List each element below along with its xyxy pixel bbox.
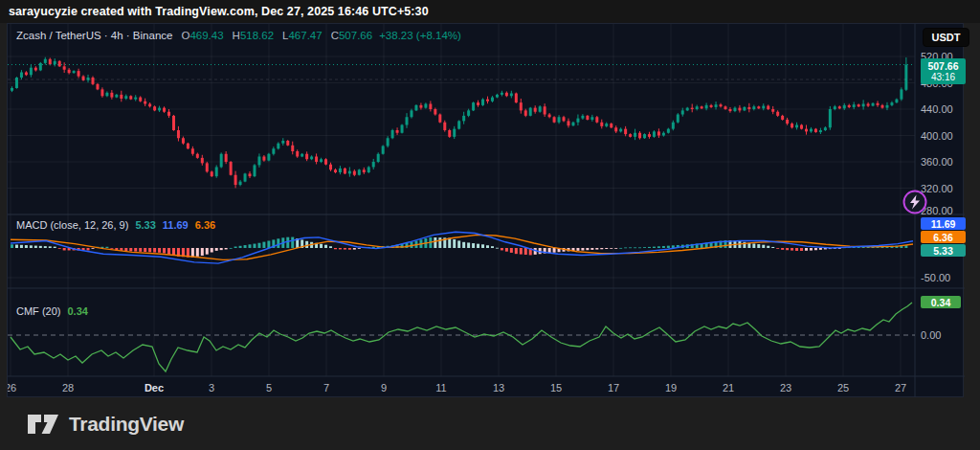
tradingview-wordmark[interactable]: TradingView — [69, 413, 184, 436]
change-value: +38.23 (+8.14%) — [379, 30, 461, 41]
svg-text:19: 19 — [665, 382, 677, 394]
tradingview-snapshot: sarayucyzie created with TradingView.com… — [0, 0, 980, 450]
boost-lightning-icon[interactable] — [902, 189, 928, 215]
cmf-line — [11, 303, 912, 371]
svg-text:27: 27 — [895, 382, 906, 394]
svg-text:9: 9 — [381, 382, 387, 394]
macd-signal-badge: 6.36 — [921, 231, 966, 243]
last-price: 507.66 — [927, 60, 958, 72]
svg-text:11: 11 — [435, 382, 446, 394]
cmf-value-badge: 0.34 — [921, 296, 961, 308]
pane-separators[interactable] — [8, 24, 965, 398]
svg-text:Dec: Dec — [145, 382, 164, 394]
macd-histogram — [11, 237, 907, 258]
macd-line-value: 11.69 — [163, 219, 189, 231]
macd-hist-value: 5.33 — [135, 219, 155, 231]
footer-bar: TradingView — [0, 397, 980, 450]
svg-text:17: 17 — [608, 382, 619, 394]
macd-hist-badge: 5.33 — [921, 244, 966, 257]
symbol-title[interactable]: Zcash / TetherUS · 4h · Binance — [16, 30, 172, 41]
macd-title[interactable]: MACD (close, 12, 26, 9) — [16, 219, 128, 231]
high-value: H518.62 — [231, 30, 275, 41]
symbol-legend: Zcash / TetherUS · 4h · Binance O469.43 … — [16, 30, 461, 41]
svg-text:28: 28 — [62, 382, 74, 394]
macd-axis-label: -50.00 — [921, 272, 950, 283]
cmf-axis-label: 0.00 — [921, 329, 941, 341]
close-value: C507.66 — [329, 30, 373, 41]
tradingview-logo-icon[interactable] — [26, 412, 60, 437]
last-price-badge: 507.66 43:16 — [921, 58, 966, 84]
time-axis[interactable]: 2628Dec3579111315171921232527 — [8, 382, 906, 394]
svg-text:25: 25 — [837, 382, 849, 394]
currency-toggle-button[interactable]: USDT — [923, 28, 969, 47]
chart-canvas[interactable]: 520.00480.00440.00400.00360.00320.00280.… — [8, 24, 965, 398]
open-value: O469.43 — [179, 30, 223, 41]
cmf-legend: CMF (20) 0.34 — [16, 305, 88, 317]
candle-countdown: 43:16 — [931, 72, 955, 83]
gridlines — [8, 24, 915, 376]
svg-text:7: 7 — [323, 382, 329, 394]
attribution-bar: sarayucyzie created with TradingView.com… — [0, 0, 980, 23]
svg-text:3: 3 — [209, 382, 214, 394]
candlestick-series[interactable] — [11, 57, 907, 189]
macd-signal-value: 6.36 — [195, 219, 215, 231]
cmf-value: 0.34 — [67, 305, 87, 317]
svg-text:26: 26 — [8, 382, 16, 394]
macd-line-badge: 11.69 — [921, 217, 966, 230]
macd-legend: MACD (close, 12, 26, 9) 5.33 11.69 6.36 — [16, 219, 215, 231]
svg-text:13: 13 — [493, 382, 504, 394]
svg-text:5: 5 — [266, 382, 272, 394]
low-value: L467.47 — [280, 30, 323, 41]
svg-text:440.00: 440.00 — [921, 103, 953, 115]
chart-area[interactable]: 520.00480.00440.00400.00360.00320.00280.… — [7, 23, 964, 397]
cmf-title[interactable]: CMF (20) — [16, 305, 60, 317]
svg-text:21: 21 — [723, 382, 734, 394]
svg-text:360.00: 360.00 — [921, 156, 953, 168]
svg-text:23: 23 — [780, 382, 791, 394]
svg-text:400.00: 400.00 — [921, 130, 953, 142]
svg-text:15: 15 — [550, 382, 562, 394]
attribution-text: sarayucyzie created with TradingView.com… — [9, 5, 429, 18]
